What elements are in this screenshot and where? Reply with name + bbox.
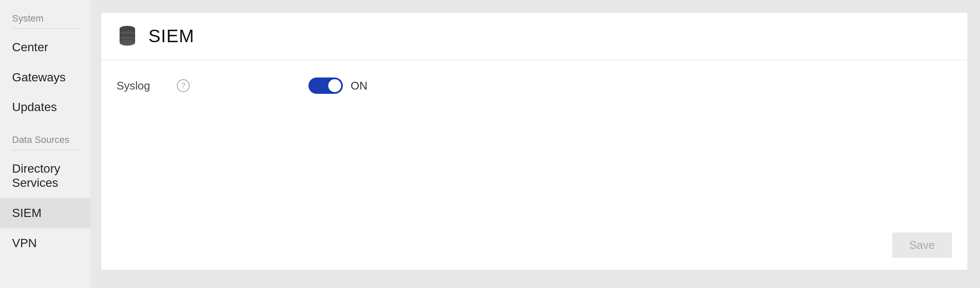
syslog-help-icon[interactable]: ?: [177, 79, 190, 92]
svg-point-6: [120, 40, 135, 46]
syslog-row: Syslog ? ON: [117, 77, 952, 94]
syslog-label: Syslog: [117, 79, 168, 93]
sidebar-gap: [0, 122, 90, 130]
system-divider: [12, 28, 78, 29]
toggle-thumb: [328, 79, 341, 92]
sidebar: System Center Gateways Updates Data Sour…: [0, 0, 90, 288]
sidebar-item-vpn[interactable]: VPN: [0, 228, 90, 258]
sidebar-item-directory-services[interactable]: Directory Services: [0, 154, 90, 198]
siem-database-icon: [117, 25, 138, 48]
data-sources-divider: [12, 150, 78, 150]
card-title: SIEM: [148, 26, 194, 46]
toggle-state-label: ON: [351, 79, 367, 93]
sidebar-item-center[interactable]: Center: [0, 32, 90, 62]
sidebar-item-gateways[interactable]: Gateways: [0, 62, 90, 93]
siem-card: SIEM Syslog ? ON Save: [101, 12, 968, 270]
syslog-toggle[interactable]: [308, 77, 343, 94]
card-footer: Save: [101, 226, 968, 270]
toggle-track: [308, 77, 343, 94]
main-content: SIEM Syslog ? ON Save: [90, 0, 980, 288]
save-button[interactable]: Save: [892, 232, 952, 258]
card-header: SIEM: [101, 12, 968, 60]
card-body: Syslog ? ON: [101, 60, 968, 226]
toggle-area: ON: [308, 77, 367, 94]
sidebar-item-siem[interactable]: SIEM: [0, 198, 90, 228]
sidebar-item-updates[interactable]: Updates: [0, 92, 90, 122]
data-sources-section-label: Data Sources: [0, 130, 90, 148]
system-section-label: System: [0, 9, 90, 27]
